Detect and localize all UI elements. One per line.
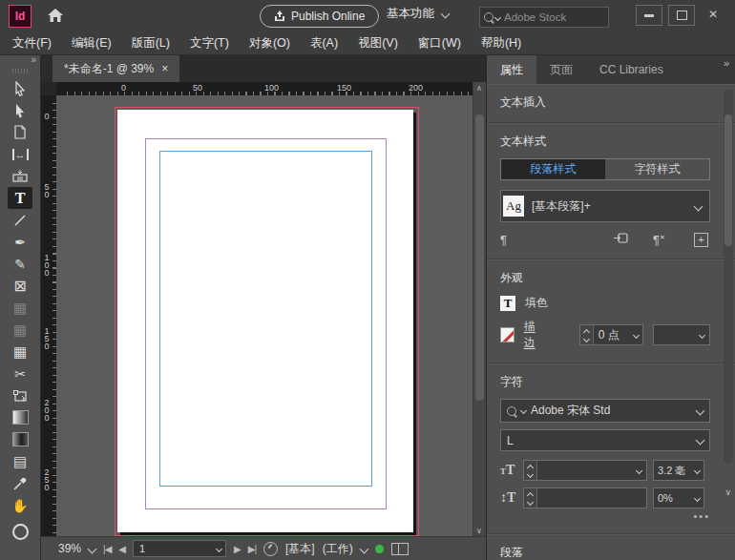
hand-tool[interactable]: ✋ [8,494,32,516]
gradient-swatch-tool[interactable] [8,406,32,428]
redefine-style-icon[interactable] [614,232,628,247]
page-list-chevron-icon[interactable] [216,545,222,551]
publish-online-button[interactable]: Publish Online [260,5,379,28]
tab-properties[interactable]: 属性 [487,55,536,84]
menu-window[interactable]: 窗口(W) [418,35,461,52]
gap-tool[interactable]: ↔ [8,143,32,165]
scissors-tool[interactable]: ✂ [8,363,32,384]
stroke-weight-control[interactable]: 0 点 [579,324,643,345]
content-collector-tool[interactable] [8,165,32,187]
type-tool[interactable]: T [8,187,32,209]
workspace-switcher[interactable]: 基本功能 [387,6,449,22]
fill-color-icon[interactable]: T [500,296,515,311]
gradient-feather-tool[interactable] [8,428,32,450]
font-size-control[interactable] [523,460,647,481]
scroll-down-icon[interactable]: ∨ [476,527,482,535]
zoom-chevron-icon[interactable] [88,544,97,553]
zoom-tool[interactable] [8,516,32,538]
zoom-level[interactable]: 39% [58,542,81,555]
tab-cc-libraries[interactable]: CC Libraries [586,55,677,84]
next-page-button[interactable]: ▶ [234,544,241,554]
last-page-button[interactable]: ▶| [248,544,256,554]
minimize-button[interactable] [636,5,662,26]
menu-help[interactable]: 帮助(H) [481,35,521,52]
style-type-segmented-control: 段落样式 字符样式 [500,158,710,180]
pencil-tool[interactable]: ✎ [8,253,32,275]
stroke-label[interactable]: 描边 [524,319,545,351]
line-tool[interactable] [8,209,32,231]
menu-file[interactable]: 文件(F) [12,35,52,52]
prev-page-button[interactable]: ◀ [118,544,125,554]
menu-view[interactable]: 视图(V) [358,35,398,52]
tab-close-icon[interactable]: × [161,62,168,75]
selection-tool[interactable] [8,77,32,99]
create-style-icon[interactable]: + [694,233,708,247]
font-style-dropdown[interactable]: L [500,429,710,451]
scrollbar-thumb[interactable] [475,114,484,401]
frame-grid-tool[interactable]: ▦ [8,341,32,363]
preflight-profile[interactable]: [基本] [285,541,315,557]
font-family-dropdown[interactable]: Adobe 宋体 Std [500,399,710,423]
leading-control[interactable]: 3.2 毫 [653,460,704,481]
close-button[interactable]: ✕ [701,5,725,24]
menu-type[interactable]: 文字(T) [190,35,229,52]
maximize-button[interactable] [668,5,695,26]
character-styles-segment[interactable]: 字符样式 [605,159,709,179]
clear-overrides-icon[interactable]: ¶✕ [653,233,665,247]
maximize-icon [677,10,687,20]
paragraph-style-options-icon[interactable]: ¶ [500,233,507,247]
kerning-control[interactable] [523,487,647,508]
pages-panel-icon[interactable] [391,543,409,555]
free-transform-tool[interactable] [8,384,32,406]
tab-pages[interactable]: 页面 [536,55,586,84]
text-frame[interactable] [159,151,372,487]
preflight-menu-icon[interactable] [263,542,278,556]
document-tab[interactable]: *未命名-1 @ 39% × [52,55,179,82]
vertical-grid-tool[interactable]: ▦ [8,319,32,341]
page-number-field[interactable] [133,540,226,557]
rectangle-frame-tool[interactable]: ⊠ [8,275,32,297]
panel-scrollbar-thumb[interactable] [724,114,732,246]
canvas-vertical-scrollbar[interactable]: ∧ ∨ [472,82,486,537]
paragraph-styles-segment[interactable]: 段落样式 [501,159,605,179]
stroke-weight-stepper[interactable] [580,325,594,344]
page-number-input[interactable] [137,542,199,555]
stroke-color-icon[interactable] [500,327,514,342]
font-style-value: L [507,434,514,447]
kerning-stepper[interactable] [524,488,537,508]
tools-panel: » ↔ T ✒ ✎ ⊠ ▦ ▦ ▦ ✂ ▤ ✋ [0,55,41,560]
preflight-chevron-icon[interactable] [359,544,368,553]
menu-layout[interactable]: 版面(L) [132,35,170,52]
stock-search[interactable] [479,7,609,28]
home-icon[interactable] [47,8,64,26]
page-tool[interactable] [8,121,32,143]
toolbar-grip[interactable] [12,69,28,73]
style-chevron-icon [694,201,704,211]
menu-table[interactable]: 表(A) [310,35,338,52]
stroke-type-dropdown[interactable] [653,324,710,345]
menu-edit[interactable]: 编辑(E) [72,35,112,52]
search-icon [484,12,494,22]
tracking-control[interactable]: 0% [653,487,704,508]
font-size-stepper[interactable] [524,461,537,480]
note-tool[interactable]: ▤ [8,450,32,472]
first-page-button[interactable]: |◀ [103,544,111,554]
more-options-icon[interactable]: ••• [500,510,710,522]
tracking-chevron-icon [694,494,701,501]
panel-scroll-down-icon[interactable]: ∨ [724,487,731,497]
upload-icon [274,10,285,22]
pen-tool[interactable]: ✒ [8,231,32,253]
horizontal-grid-tool[interactable]: ▦ [8,297,32,319]
panel-collapse-icon[interactable]: » [724,55,735,84]
paragraph-style-dropdown[interactable]: Ag [基本段落]+ [500,190,710,222]
menu-object[interactable]: 对象(O) [249,35,290,52]
menu-bar: 文件(F) 编辑(E) 版面(L) 文字(T) 对象(O) 表(A) 视图(V)… [0,32,735,55]
document-tab-title: *未命名-1 @ 39% [64,61,154,77]
search-input[interactable] [502,10,588,24]
fill-label[interactable]: 填色 [525,295,548,311]
toolbar-expand-icon[interactable]: » [0,55,40,67]
panel-scrollbar[interactable] [724,90,733,464]
scroll-up-icon[interactable]: ∧ [476,84,482,93]
direct-selection-tool[interactable] [8,99,32,121]
eyedropper-tool[interactable] [8,472,32,494]
